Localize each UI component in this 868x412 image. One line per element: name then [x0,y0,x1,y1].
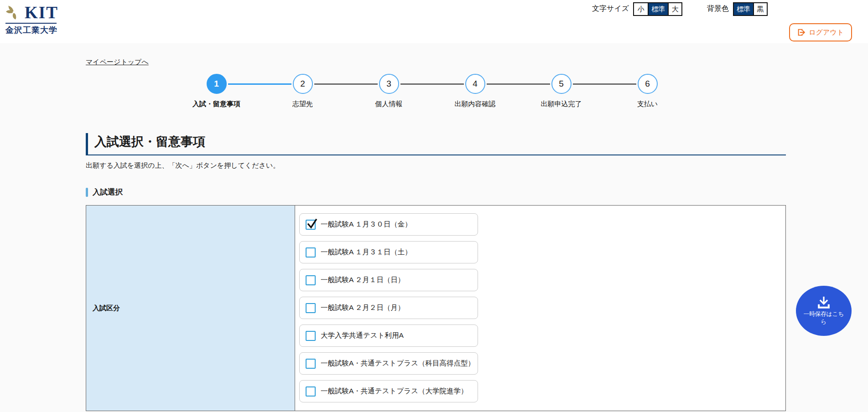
step-number-circle: 4 [465,74,485,94]
exam-option-label: 一般試験A・共通テストプラス（大学院進学） [321,386,468,396]
exam-selection-table: 入試区分 一般試験A １月３０日（金） 一般試験A １月３１日（土） [86,205,786,411]
bg-color-black-button[interactable]: 黒 [753,3,767,15]
temporary-save-button[interactable]: 一時保存はこちら [796,286,852,336]
exam-option-card[interactable]: 一般試験A １月３０日（金） [299,213,478,236]
font-size-button-group: 小 標準 大 [633,2,682,16]
checkbox[interactable] [306,331,316,341]
step-number-circle: 5 [551,74,572,94]
stepper-step: 1 入試・留意事項 [173,74,260,108]
step-label: 支払い [637,100,658,108]
logo-divider [5,23,57,24]
step-label: 入試・留意事項 [192,100,240,108]
download-icon [816,296,831,309]
exam-option-card[interactable]: 一般試験A １月３１日（土） [299,241,478,263]
stepper-step: 6 支払い [604,74,691,108]
checkbox[interactable] [306,247,316,258]
section-header: 入試選択 [86,187,786,197]
bg-color-standard-button[interactable]: 標準 [734,3,753,15]
checkbox[interactable] [306,275,316,285]
exam-options: 一般試験A １月３０日（金） 一般試験A １月３１日（土） 一般試験A ２月１日… [295,206,785,411]
kit-emblem-icon [5,3,22,21]
instruction-text: 出願する入試を選択の上、「次へ」ボタンを押してください。 [86,161,786,170]
bg-color-label: 背景色 [707,4,729,14]
exam-option-label: 一般試験A・共通テストプラス（科目高得点型） [321,359,475,368]
stepper-step: 3 個人情報 [346,74,432,108]
stepper-step: 4 出願内容確認 [432,74,518,108]
font-size-control: 文字サイズ 小 標準 大 [592,2,682,16]
exam-option-label: 一般試験A １月３１日（土） [321,247,412,257]
page-title: 入試選択・留意事項 [86,133,786,155]
logo-university-name: 金沢工業大学 [5,25,60,36]
font-size-large-button[interactable]: 大 [668,3,681,15]
logo-acronym: KIT [25,4,58,21]
temporary-save-label: 一時保存はこちら [802,310,846,326]
exam-option-card[interactable]: 一般試験A・共通テストプラス（科目高得点型） [299,352,478,375]
exam-option-label: 一般試験A ２月１日（日） [321,275,405,285]
font-size-small-button[interactable]: 小 [634,3,648,15]
exam-option-label: 一般試験A ２月２日（月） [321,303,405,313]
section-title: 入試選択 [88,187,123,197]
checkbox[interactable] [306,303,316,313]
exam-category-header-cell: 入試区分 [86,206,295,411]
logout-button-label: ログアウト [809,28,844,37]
step-label: 個人情報 [375,100,403,108]
step-label: 出願申込完了 [541,100,582,108]
step-number-circle: 1 [207,74,227,94]
exam-option-label: 大学入学共通テスト利用A [321,331,404,340]
checkbox[interactable] [306,220,316,230]
exam-option-card[interactable]: 大学入学共通テスト利用A [299,324,478,347]
stepper-step: 2 志望先 [260,74,346,108]
bg-color-control: 背景色 標準 黒 [707,2,768,16]
step-number-circle: 6 [638,74,658,94]
step-number-circle: 2 [293,74,313,94]
stepper: 1 入試・留意事項 2 志望先 3 個人情報 4 出願内容確認 5 出願申込完了 [173,74,786,108]
font-size-label: 文字サイズ [592,4,629,14]
main-content: マイページトップへ 1 入試・留意事項 2 志望先 3 個人情報 4 出願内容確… [0,43,868,411]
exam-option-card[interactable]: 一般試験A・共通テストプラス（大学院進学） [299,380,478,402]
checkbox[interactable] [306,386,316,397]
logout-icon [797,28,806,36]
step-label: 出願内容確認 [455,100,496,108]
stepper-step: 5 出願申込完了 [518,74,604,108]
font-size-standard-button[interactable]: 標準 [648,3,668,15]
kit-logo: KIT 金沢工業大学 [5,3,60,36]
mypage-top-link[interactable]: マイページトップへ [86,58,149,67]
header: KIT 金沢工業大学 文字サイズ 小 標準 大 背景色 標準 黒 ログアウト [0,0,868,43]
checkbox[interactable] [306,359,316,369]
logout-button[interactable]: ログアウト [789,23,852,41]
step-number-circle: 3 [379,74,399,94]
exam-option-label: 一般試験A １月３０日（金） [321,220,412,229]
step-label: 志望先 [292,100,313,108]
checkmark-icon [307,218,317,229]
exam-option-card[interactable]: 一般試験A ２月１日（日） [299,269,478,291]
bg-color-button-group: 標準 黒 [733,2,768,16]
exam-option-card[interactable]: 一般試験A ２月２日（月） [299,297,478,319]
